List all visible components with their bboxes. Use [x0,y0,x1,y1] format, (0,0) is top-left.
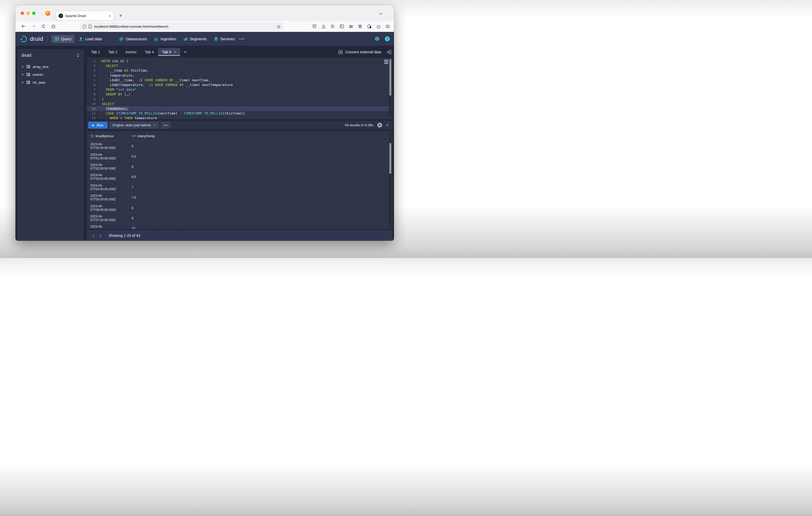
query-tab-tab-1[interactable]: Tab 1 [87,48,104,56]
schema-table-events[interactable]: events [22,70,80,79]
code-line-13[interactable]: WHEN 0 THEN temperature [99,116,393,119]
run-button[interactable]: ▶ Run [88,122,108,129]
cell-interpTemp[interactable]: 10 [128,223,154,229]
menu-hamburger-icon[interactable] [385,25,390,28]
cell-timeByHour[interactable]: 2023-04-07T04:00:00.000Z [87,182,128,192]
column-header-interpTemp[interactable]: 123interpTemp [128,131,154,141]
add-query-tab-button[interactable]: + [180,48,190,56]
pocket-icon[interactable] [312,24,317,29]
nav-item-load-data[interactable]: Load data [76,35,105,43]
code-line-12[interactable]: CASE (TIMESTAMP_TO_MILLIS(nextTime) - TI… [99,111,393,116]
query-tab-tab-2[interactable]: Tab 2 [104,48,121,56]
home-button[interactable] [51,24,55,28]
code-line-5[interactable]: LEAD(__time, 1) OVER (ORDER BY __time) n… [99,78,393,83]
query-tab-tab-4[interactable]: Tab 4 [141,48,158,56]
cell-timeByHour[interactable]: 2023-04-07T06:00:00.000Z [87,203,128,213]
library-icon[interactable] [331,24,335,29]
schema-table-array_test[interactable]: array_test [22,63,80,70]
close-results-icon[interactable]: × [386,123,389,128]
nav-item-services[interactable]: Services [211,35,238,43]
cell-interpTemp[interactable]: 9 [128,213,154,223]
cell-interpTemp[interactable]: 5 [128,141,154,151]
new-tab-button[interactable]: + [119,12,122,19]
cell-timeByHour[interactable]: 2023-04-07T02:00:00.000Z [87,162,128,172]
cell-interpTemp[interactable]: 8 [128,203,154,213]
back-button[interactable] [21,24,26,28]
editor-menu-icon[interactable] [384,60,388,64]
minimize-window-button[interactable] [26,11,30,15]
table-row[interactable]: 2023-04-07T06:00:00.000Z8 [87,203,393,213]
table-row[interactable]: 2023-04-07T08:00:00.000Z10 [87,223,393,229]
connect-external-data-button[interactable]: Connect external data [345,50,381,54]
code-line-4[interactable]: temperature, [99,73,393,78]
code-line-9[interactable]: ) [99,97,393,102]
expand-chevron-icon[interactable] [22,65,24,68]
table-row[interactable]: 2023-04-07T01:00:00.000Z5.5 [87,151,393,161]
permissions-shield-icon[interactable] [83,25,86,29]
code-line-1[interactable]: WITH cte AS ( [99,59,393,63]
druid-brand[interactable]: druid [30,35,43,42]
sort-icon[interactable] [77,54,80,57]
next-page-button[interactable]: › [97,233,104,238]
cell-timeByHour[interactable]: 2023-04-07T00:00:00.000Z [87,141,128,151]
table-row[interactable]: 2023-04-07T07:00:00.000Z9 [87,213,393,223]
cell-interpTemp[interactable]: 7 [128,182,154,192]
zoom-window-button[interactable] [32,11,36,15]
table-row[interactable]: 2023-04-07T00:00:00.000Z5 [87,141,393,151]
cell-interpTemp[interactable]: 6.5 [128,172,154,182]
help-icon[interactable]: ? [385,36,390,41]
cell-timeByHour[interactable]: 2023-04-07T03:00:00.000Z [87,172,128,182]
results-scrollbar[interactable] [389,132,392,228]
expand-chevron-icon[interactable] [22,73,24,76]
query-tab-tab-5[interactable]: Tab 5× [158,48,180,56]
druid-logo-icon[interactable] [20,35,27,43]
download-results-icon[interactable] [377,123,382,127]
containers-fence-icon[interactable] [349,25,353,29]
browser-tab-apache-druid[interactable]: Ɔ Apache Druid × [56,11,114,20]
column-header-timeByHour[interactable]: timeByHour [87,131,128,141]
sidebar-icon[interactable] [340,25,344,28]
editor-scrollbar[interactable] [389,59,392,118]
table-row[interactable]: 2023-04-07T05:00:00.000Z7.5 [87,193,393,203]
nav-item-ingestion[interactable]: Ingestion [151,35,179,43]
bookmark-star-icon[interactable] [277,25,281,29]
cell-timeByHour[interactable]: 2023-04-07T07:00:00.000Z [87,213,128,223]
url-text[interactable]: localhost:8888/unified-console.html#work… [94,25,274,29]
code-line-3[interactable]: __time AS thisTime, [99,68,393,73]
extensions-puzzle-icon[interactable] [376,24,381,29]
code-line-11[interactable]: timeByHour, [99,107,393,111]
settings-gear-icon[interactable] [375,36,380,41]
open-side-panel-icon[interactable] [387,50,392,54]
sql-editor[interactable]: 12345678910111213 WITH cte AS ( SELECT _… [87,58,393,119]
code-line-7[interactable]: FROM "iot_data" [99,87,393,92]
query-tab-events[interactable]: events [122,48,141,56]
forward-button[interactable] [31,24,36,28]
table-row[interactable]: 2023-04-07T02:00:00.000Z6 [87,162,393,172]
cell-timeByHour[interactable]: 2023-04-07T01:00:00.000Z [87,151,128,161]
nav-item-query[interactable]: Query [52,35,74,43]
page-info-icon[interactable] [89,25,92,28]
code-line-10[interactable]: SELECT [99,102,393,107]
code-line-6[interactable]: LEAD(temperature, 1) OVER (ORDER BY __ti… [99,83,393,87]
close-window-button[interactable] [21,11,24,15]
cell-interpTemp[interactable]: 5.5 [128,151,154,161]
table-row[interactable]: 2023-04-07T03:00:00.000Z6.5 [87,172,393,182]
close-tab-icon[interactable]: × [174,50,176,54]
cell-interpTemp[interactable]: 6 [128,162,154,172]
more-nav-items-button[interactable]: ••• [239,37,245,41]
engine-select[interactable]: Engine: auto (sql-native) ▼ [109,122,159,129]
nav-item-segments[interactable]: Segments [180,35,209,43]
code-line-2[interactable]: SELECT [99,63,393,68]
expand-chevron-icon[interactable] [22,81,24,84]
previous-page-button[interactable]: ‹ [90,233,97,238]
list-all-tabs-icon[interactable] [379,12,382,16]
url-bar[interactable]: localhost:8888/unified-console.html#work… [80,22,283,31]
code-line-8[interactable]: GROUP BY 1,2 [99,92,393,97]
table-row[interactable]: 2023-04-07T04:00:00.000Z7 [87,182,393,193]
downloads-icon[interactable] [321,24,326,29]
nav-item-datasources[interactable]: Datasources [116,35,150,43]
schema-table-iot_data[interactable]: iot_data [22,79,80,86]
query-more-button[interactable]: ••• [161,122,171,129]
cell-timeByHour[interactable]: 2023-04-07T05:00:00.000Z [87,193,128,203]
ublock-origin-icon[interactable]: UO [358,24,362,29]
